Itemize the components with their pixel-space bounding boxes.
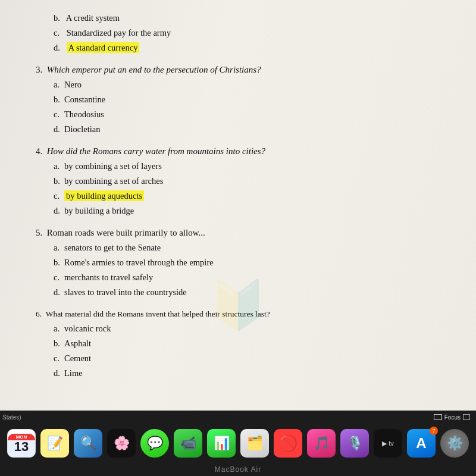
dock-appletv[interactable]: ▶ tv	[374, 429, 402, 458]
partial-answer-list: b. A credit system c. Standardized pay f…	[36, 12, 440, 54]
q6-answer-c: c.Cement	[54, 352, 440, 365]
q6-d-text: Lime	[64, 368, 83, 378]
q3-answer-c: c.Theodosius	[54, 108, 440, 121]
partial-answer-d: d. A standard currency	[54, 42, 440, 55]
dock-settings[interactable]: ⚙️	[440, 429, 469, 458]
q3-b-text: Constantine	[64, 95, 105, 104]
question-5-number: 5.	[36, 228, 47, 237]
dock-podcasts[interactable]: 🎙️	[340, 429, 369, 458]
question-6-block: 6. What material did the Romans invent t…	[36, 309, 440, 380]
q3-d-text: Diocletian	[64, 124, 100, 134]
question-6-text: 6. What material did the Romans invent t…	[36, 309, 440, 319]
partial-answer-b: b. A credit system	[54, 12, 440, 25]
question-4-text: 4. How did the Romans carry water from m…	[36, 146, 440, 156]
q4-answer-c: c.by building aqueducts	[54, 190, 440, 203]
q6-b-text: Asphalt	[64, 339, 91, 348]
taskbar: States) Focus MON 13 📝 🔍 🌸 💬 📹 📊 🗂️ 🚫	[0, 411, 476, 476]
q3-c-text: Theodosius	[64, 109, 104, 119]
document-area: b. A credit system c. Standardized pay f…	[0, 0, 476, 411]
question-5-answers: a.senators to get to the Senate b.Rome's…	[36, 242, 440, 299]
dock-keynote[interactable]: 🗂️	[240, 429, 269, 458]
question-4-answers: a.by combining a set of layers b.by comb…	[36, 160, 440, 217]
q6-answer-d: d.Lime	[54, 367, 440, 380]
q4-c-text-highlighted: by building aqueducts	[64, 190, 144, 201]
q4-a-text: by combining a set of layers	[64, 161, 162, 171]
q3-answer-b: b.Constantine	[54, 93, 440, 107]
dock-finder[interactable]: 🔍	[74, 429, 102, 458]
q4-answer-b: b.by combining a set of arches	[54, 175, 440, 188]
question-3-text: 3. Which emperor put an end to the perse…	[36, 65, 440, 75]
focus-text: Focus	[444, 414, 461, 421]
dock: MON 13 📝 🔍 🌸 💬 📹 📊 🗂️ 🚫 🎵 🎙️ ▶ tv A	[0, 422, 476, 464]
q5-a-text: senators to get to the Senate	[64, 243, 161, 252]
question-4-block: 4. How did the Romans carry water from m…	[36, 146, 440, 217]
news-icon-slash: 🚫	[278, 434, 298, 453]
q5-answer-a: a.senators to get to the Senate	[54, 242, 440, 255]
partial-c-text: Standardized pay for the army	[67, 28, 171, 37]
letter-d: d.	[54, 42, 64, 55]
question-5-text: 5. Roman roads were built primarily to a…	[36, 228, 440, 238]
q5-answer-b: b.Rome's armies to travel through the em…	[54, 256, 440, 270]
q4-answer-a: a.by combining a set of layers	[54, 160, 440, 173]
question-3-number: 3.	[36, 65, 47, 74]
dock-news[interactable]: 🚫	[274, 429, 302, 458]
states-label: States)	[2, 414, 21, 421]
appletv-text: ▶ tv	[382, 440, 394, 447]
q5-answer-c: c.merchants to travel safely	[54, 271, 440, 284]
focus-icon	[434, 414, 442, 420]
question-3-block: 3. Which emperor put an end to the perse…	[36, 65, 440, 136]
dock-charts[interactable]: 📊	[207, 429, 236, 458]
q3-a-text: Nero	[64, 80, 82, 89]
q5-d-text: slaves to travel into the countryside	[64, 287, 187, 297]
partial-b-text: A credit system	[66, 13, 120, 23]
q6-c-text: Cement	[64, 353, 91, 363]
partial-answer-c: c. Standardized pay for the army	[54, 27, 440, 40]
dock-messages[interactable]: 💬	[140, 429, 169, 458]
letter-c: c.	[54, 27, 64, 40]
appstore-badge: 7	[430, 427, 438, 435]
q5-b-text: Rome's armies to travel through the empi…	[64, 258, 214, 267]
partial-answers-block: b. A credit system c. Standardized pay f…	[36, 12, 440, 54]
dock-appstore[interactable]: A 7	[407, 429, 436, 458]
question-5-block: 5. Roman roads were built primarily to a…	[36, 228, 440, 299]
partial-d-text-highlighted: A standard currency	[67, 42, 140, 53]
dock-music[interactable]: 🎵	[307, 429, 336, 458]
dock-notes[interactable]: 📝	[40, 429, 69, 458]
q5-c-text: merchants to travel safely	[64, 273, 153, 282]
question-4-number: 4.	[36, 146, 47, 156]
q6-a-text: volcanic rock	[64, 324, 111, 333]
dock-facetime[interactable]: 📹	[174, 429, 202, 458]
focus-square-icon	[463, 414, 470, 420]
dock-calendar[interactable]: MON 13	[7, 429, 36, 458]
focus-label: Focus	[434, 414, 470, 421]
calendar-date: 13	[14, 440, 29, 453]
q3-answer-a: a.Nero	[54, 79, 440, 92]
taskbar-top-bar: States) Focus	[0, 411, 476, 422]
letter-b: b.	[54, 12, 64, 25]
q4-b-text: by combining a set of arches	[64, 176, 163, 186]
question-6-answers: a.volcanic rock b.Asphalt c.Cement d.Lim…	[36, 322, 440, 380]
q6-answer-a: a.volcanic rock	[54, 322, 440, 336]
appstore-icon: A	[416, 435, 426, 452]
question-3-answers: a.Nero b.Constantine c.Theodosius d.Dioc…	[36, 79, 440, 136]
dock-photos[interactable]: 🌸	[107, 429, 136, 458]
macbook-label: MacBook Air	[0, 464, 476, 476]
q4-d-text: by building a bridge	[64, 206, 134, 215]
q6-answer-b: b.Asphalt	[54, 337, 440, 350]
q3-answer-d: d.Diocletian	[54, 123, 440, 136]
q5-answer-d: d.slaves to travel into the countryside	[54, 286, 440, 299]
question-6-number: 6.	[36, 309, 46, 318]
q4-answer-d: d.by building a bridge	[54, 205, 440, 218]
